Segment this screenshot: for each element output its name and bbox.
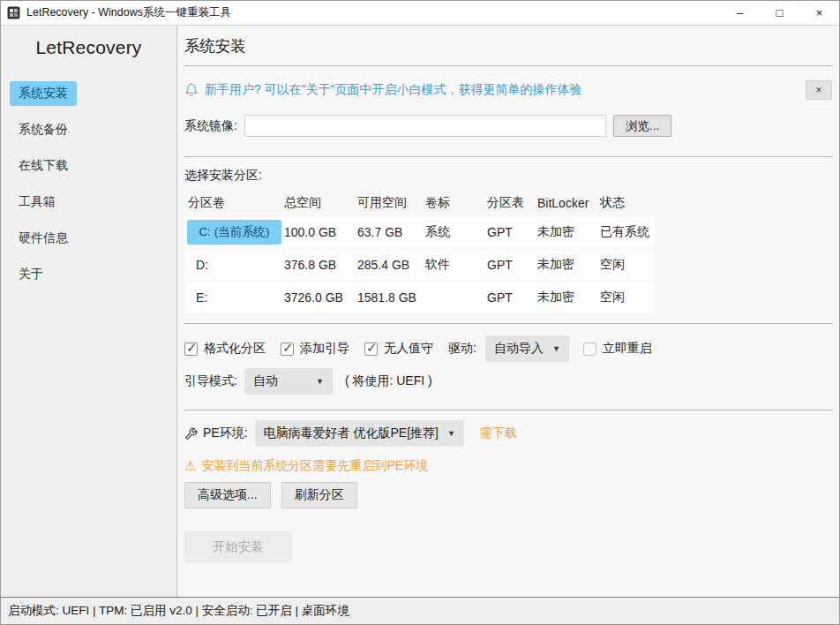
window-title: LetRecovery - Windows系统一键重装工具	[26, 5, 720, 20]
refresh-partitions-button[interactable]: 刷新分区	[281, 482, 357, 508]
checkbox-unchecked-icon	[583, 343, 596, 356]
divider	[184, 410, 832, 410]
pe-dropdown-value: 电脑病毒爱好者 优化版PE[推荐]	[264, 425, 439, 441]
format-partition-checkbox[interactable]: ✓ 格式化分区	[184, 341, 266, 357]
sidebar-menu: 系统安装 系统备份 在线下载 工具箱 硬件信息 关于	[1, 81, 176, 287]
pe-label: PE环境:	[203, 425, 248, 441]
warning-icon: ⚠	[184, 458, 196, 474]
system-image-label: 系统镜像:	[184, 118, 237, 134]
boot-mode-row: 引导模式: 自动 ▼ ( 将使用: UEFI )	[184, 368, 832, 395]
system-image-row: 系统镜像: 浏览...	[184, 115, 832, 137]
boot-mode-label: 引导模式:	[184, 373, 237, 389]
table-row-d[interactable]: D: 376.8 GB 285.4 GB 软件 GPT 未加密 空闲	[184, 250, 655, 280]
cell-volume: E:	[184, 290, 284, 305]
unattended-checkbox[interactable]: ✓ 无人值守	[364, 341, 433, 357]
cell-bitlocker: 未加密	[537, 224, 600, 240]
reboot-now-checkbox[interactable]: 立即重启	[583, 341, 652, 357]
notice-close-button[interactable]: ×	[806, 80, 832, 100]
driver-dropdown[interactable]: 自动导入 ▼	[485, 335, 569, 362]
newbie-notice-banner: 新手用户? 可以在"关于"页面中开启小白模式，获得更简单的操作体验 ×	[184, 79, 832, 101]
cell-free: 63.7 GB	[357, 225, 425, 239]
cell-table: GPT	[487, 290, 537, 305]
add-boot-checkbox[interactable]: ✓ 添加引导	[281, 341, 349, 357]
secondary-actions-row: 高级选项... 刷新分区	[184, 482, 832, 508]
status-bar-text: 启动模式: UEFI | TPM: 已启用 v2.0 | 安全启动: 已开启 |…	[8, 603, 349, 619]
cell-table: GPT	[487, 258, 537, 272]
divider	[184, 65, 832, 66]
checkbox-label: 无人值守	[384, 341, 433, 357]
status-bar: 启动模式: UEFI | TPM: 已启用 v2.0 | 安全启动: 已开启 |…	[1, 597, 839, 624]
cell-bitlocker: 未加密	[537, 290, 600, 305]
wrench-icon	[184, 427, 198, 441]
cell-free: 1581.8 GB	[357, 290, 425, 305]
minimize-button[interactable]: –	[720, 1, 760, 25]
system-image-input[interactable]	[244, 115, 606, 137]
pe-download-hint: 需下载	[480, 425, 517, 441]
cell-label: 系统	[425, 224, 487, 240]
pe-warning-row: ⚠ 安装到当前系统分区需要先重启到PE环境	[184, 457, 832, 475]
chevron-down-icon: ▼	[552, 344, 560, 353]
brand-title: LetRecovery	[1, 37, 176, 58]
cell-status: 空闲	[600, 257, 655, 273]
install-options-row: ✓ 格式化分区 ✓ 添加引导 ✓ 无人值守 驱动: 自动导入 ▼	[184, 335, 832, 362]
col-bitlocker: BitLocker	[537, 196, 600, 210]
divider	[184, 156, 832, 157]
pe-dropdown[interactable]: 电脑病毒爱好者 优化版PE[推荐] ▼	[255, 420, 464, 447]
checkbox-label: 格式化分区	[204, 341, 266, 357]
maximize-button[interactable]: □	[760, 1, 799, 25]
col-volume: 分区卷	[184, 195, 284, 211]
boot-mode-dropdown-value: 自动	[253, 373, 278, 389]
advanced-options-button[interactable]: 高级选项...	[184, 482, 271, 508]
cell-total: 376.8 GB	[284, 258, 357, 272]
sidebar-item-about[interactable]: 关于	[10, 262, 52, 287]
cell-status: 已有系统	[600, 224, 655, 240]
cell-table: GPT	[487, 225, 537, 239]
checkbox-label: 添加引导	[300, 341, 349, 357]
partition-table: 分区卷 总空间 可用空间 卷标 分区表 BitLocker 状态 C: (当前系…	[184, 192, 655, 312]
driver-label: 驱动:	[448, 341, 476, 357]
boot-mode-dropdown[interactable]: 自动 ▼	[244, 368, 333, 395]
selected-volume-chip: C: (当前系统)	[187, 220, 281, 245]
col-label: 卷标	[425, 195, 487, 211]
start-install-button[interactable]: 开始安装	[184, 531, 292, 562]
main-content: 系统安装 新手用户? 可以在"关于"页面中开启小白模式，获得更简单的操作体验 ×…	[177, 26, 839, 597]
col-table: 分区表	[487, 195, 537, 211]
sidebar-item-toolbox[interactable]: 工具箱	[10, 190, 64, 215]
app-window: LetRecovery - Windows系统一键重装工具 – □ × LetR…	[0, 0, 840, 625]
cell-label: 软件	[425, 257, 487, 273]
sidebar-item-system-backup[interactable]: 系统备份	[10, 117, 77, 142]
driver-dropdown-value: 自动导入	[494, 341, 544, 357]
pe-environment-row: PE环境: 电脑病毒爱好者 优化版PE[推荐] ▼ 需下载	[184, 420, 832, 447]
close-button[interactable]: ×	[799, 1, 839, 25]
table-row-e[interactable]: E: 3726.0 GB 1581.8 GB GPT 未加密 空闲	[184, 282, 655, 312]
cell-total: 100.0 GB	[284, 225, 357, 239]
cell-total: 3726.0 GB	[284, 290, 357, 305]
sidebar: LetRecovery 系统安装 系统备份 在线下载 工具箱 硬件信息 关于	[1, 26, 177, 597]
chevron-down-icon: ▼	[316, 377, 324, 386]
partition-table-header: 分区卷 总空间 可用空间 卷标 分区表 BitLocker 状态	[184, 192, 655, 215]
cell-bitlocker: 未加密	[537, 257, 600, 273]
sidebar-item-hardware-info[interactable]: 硬件信息	[10, 226, 77, 251]
divider	[184, 323, 832, 324]
title-bar: LetRecovery - Windows系统一键重装工具 – □ ×	[1, 1, 839, 26]
app-icon	[7, 6, 20, 19]
col-free: 可用空间	[357, 195, 425, 211]
checkbox-label: 立即重启	[603, 341, 652, 357]
table-row-c[interactable]: C: (当前系统) 100.0 GB 63.7 GB 系统 GPT 未加密 已有…	[184, 217, 655, 247]
checkbox-checked-icon: ✓	[281, 343, 294, 356]
pe-warning-text: 安装到当前系统分区需要先重启到PE环境	[201, 458, 428, 474]
cell-status: 空闲	[600, 290, 655, 305]
col-status: 状态	[600, 195, 655, 211]
cell-free: 285.4 GB	[357, 258, 425, 272]
browse-button[interactable]: 浏览...	[613, 115, 671, 137]
partition-section-label: 选择安装分区:	[184, 168, 832, 184]
col-total: 总空间	[284, 195, 357, 211]
sidebar-item-system-install[interactable]: 系统安装	[10, 81, 77, 106]
notice-text: 新手用户? 可以在"关于"页面中开启小白模式，获得更简单的操作体验	[205, 82, 806, 98]
checkbox-checked-icon: ✓	[364, 343, 378, 356]
chevron-down-icon: ▼	[447, 429, 455, 438]
page-title: 系统安装	[184, 34, 832, 57]
cell-volume: D:	[184, 258, 284, 272]
sidebar-item-online-download[interactable]: 在线下载	[10, 154, 77, 178]
bell-icon	[184, 83, 199, 97]
